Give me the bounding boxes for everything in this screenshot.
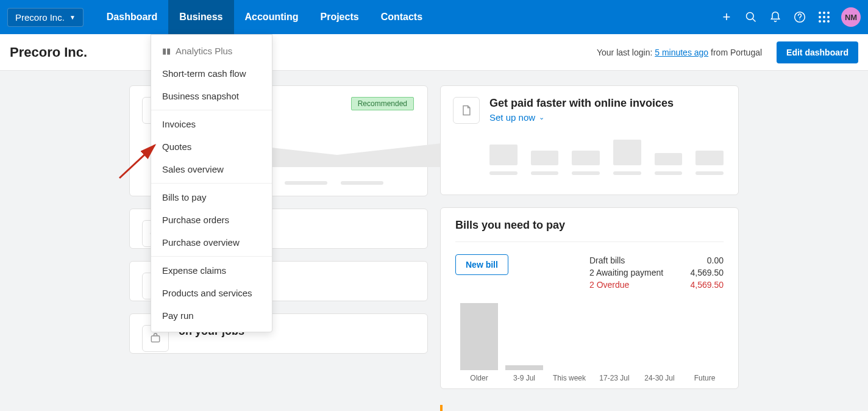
dd-item-purchase-orders[interactable]: Purchase orders xyxy=(151,209,272,231)
new-bill-button[interactable]: New bill xyxy=(455,254,508,275)
bill-row-awaiting[interactable]: 2 Awaiting payment 4,569.50 xyxy=(589,266,724,279)
dd-item-bills-to-pay[interactable]: Bills to pay xyxy=(151,186,272,209)
recommended-badge: Recommended xyxy=(351,97,414,110)
set-up-now-label: Set up now xyxy=(489,112,535,123)
chart-label: 24-30 Jul xyxy=(641,374,678,382)
bill-overdue-label: 2 Overdue xyxy=(589,280,629,290)
page-title: Precoro Inc. xyxy=(10,45,87,60)
svg-point-3 xyxy=(799,20,800,20)
search-icon xyxy=(745,11,757,23)
last-login-suffix: from Portugal xyxy=(708,48,762,57)
bell-icon xyxy=(769,11,781,23)
svg-line-1 xyxy=(753,19,756,22)
page-subheader: Precoro Inc. Your last login: 5 minutes … xyxy=(0,34,868,71)
document-icon xyxy=(453,97,480,124)
bill-row-overdue[interactable]: 2 Overdue 4,569.50 xyxy=(589,279,724,291)
dashboard-content: ur cash flow Recommended oney is going u… xyxy=(0,71,868,404)
last-login-text: Your last login: 5 minutes ago from Port… xyxy=(597,48,762,57)
chevron-down-icon: ⌄ xyxy=(539,113,544,121)
nav-tab-accounting[interactable]: Accounting xyxy=(234,0,310,34)
apps-button[interactable] xyxy=(812,5,836,29)
dd-item-purchase-overview[interactable]: Purchase overview xyxy=(151,231,272,254)
bill-overdue-value: 4,569.50 xyxy=(691,280,724,290)
bill-row-draft[interactable]: Draft bills 0.00 xyxy=(589,254,724,266)
dd-item-products-services[interactable]: Products and services xyxy=(151,282,272,304)
chart-label: Older xyxy=(460,374,498,382)
apps-grid-icon xyxy=(819,12,830,23)
search-button[interactable] xyxy=(739,5,763,29)
svg-point-0 xyxy=(747,13,754,20)
chart-label: This week xyxy=(550,374,588,382)
bar-3-9-jul[interactable] xyxy=(505,365,543,370)
dd-item-sales-overview[interactable]: Sales overview xyxy=(151,158,272,180)
help-icon xyxy=(794,11,806,23)
top-navbar: Precoro Inc. ▼ Dashboard Business Accoun… xyxy=(0,0,868,34)
chart-label: 17-23 Jul xyxy=(596,374,633,382)
bills-card-title: Bills you need to pay xyxy=(455,219,724,242)
dd-item-pay-run[interactable]: Pay run xyxy=(151,304,272,327)
nav-tab-projects[interactable]: Projects xyxy=(310,0,370,34)
chevron-down-icon: ▼ xyxy=(69,14,76,21)
org-name: Precoro Inc. xyxy=(15,12,65,23)
dd-item-business-snapshot[interactable]: Business snapshot xyxy=(151,85,272,107)
bill-draft-value: 0.00 xyxy=(707,256,724,265)
card-get-paid-title: Get paid faster with online invoices xyxy=(489,97,724,110)
nav-tab-business[interactable]: Business xyxy=(168,0,233,34)
get-paid-placeholder-bars xyxy=(489,140,724,165)
bill-stats: Draft bills 0.00 2 Awaiting payment 4,56… xyxy=(589,254,724,291)
notifications-button[interactable] xyxy=(763,5,788,29)
dd-item-expense-claims[interactable]: Expense claims xyxy=(151,259,272,282)
org-selector[interactable]: Precoro Inc. ▼ xyxy=(7,8,84,27)
chart-label: Future xyxy=(686,374,724,382)
help-button[interactable] xyxy=(788,5,812,29)
nav-tab-contacts[interactable]: Contacts xyxy=(370,0,433,34)
card-get-paid[interactable]: Get paid faster with online invoices Set… xyxy=(440,85,739,195)
dd-item-invoices[interactable]: Invoices xyxy=(151,113,272,135)
dd-item-analytics-plus[interactable]: ▮▮ Analytics Plus xyxy=(151,40,272,62)
chart-label: 3-9 Jul xyxy=(505,374,543,382)
dd-label: Analytics Plus xyxy=(176,46,232,56)
edit-dashboard-button[interactable]: Edit dashboard xyxy=(777,41,858,63)
bill-awaiting-label: 2 Awaiting payment xyxy=(589,268,663,277)
last-login-prefix: Your last login: xyxy=(597,48,655,57)
analytics-icon: ▮▮ xyxy=(162,46,171,55)
scroll-indicator xyxy=(440,405,443,411)
dd-item-quotes[interactable]: Quotes xyxy=(151,135,272,158)
nav-tab-dashboard[interactable]: Dashboard xyxy=(96,0,169,34)
bill-awaiting-value: 4,569.50 xyxy=(691,268,724,277)
bills-bar-chart: Older 3-9 Jul This week 17-23 Jul 24-30 … xyxy=(455,303,724,382)
set-up-now-link[interactable]: Set up now ⌄ xyxy=(489,112,544,123)
last-login-link[interactable]: 5 minutes ago xyxy=(655,48,708,57)
plus-icon: + xyxy=(723,9,731,25)
dd-item-short-term-cash-flow[interactable]: Short-term cash flow xyxy=(151,62,272,85)
card-bills-to-pay: Bills you need to pay New bill Draft bil… xyxy=(440,207,739,389)
nav-tabs: Dashboard Business Accounting Projects C… xyxy=(96,0,433,34)
add-button[interactable]: + xyxy=(714,5,739,29)
business-dropdown: ▮▮ Analytics Plus Short-term cash flow B… xyxy=(151,34,272,332)
bar-older[interactable] xyxy=(460,303,498,370)
avatar[interactable]: NM xyxy=(841,7,861,27)
bill-draft-label: Draft bills xyxy=(589,256,625,265)
svg-rect-7 xyxy=(151,336,159,342)
